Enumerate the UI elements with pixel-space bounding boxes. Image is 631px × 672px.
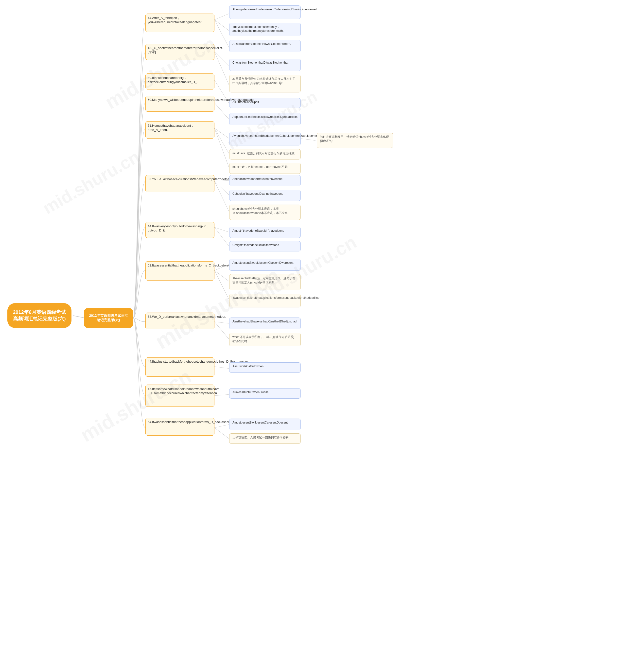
q51-text: 51.Hemusthavehadanaccident，orhe_A_tthen. (148, 124, 194, 131)
svg-line-18 (214, 270, 229, 282)
svg-line-3 (214, 20, 229, 48)
question-node-45: 45.Ifeltsomewhatdisappointedandwasaboutt… (145, 385, 214, 407)
q48-text: 48._C_shefirstheardofthemanreferredtoasa… (148, 46, 223, 54)
note-51-1: musthave+过去分词表示对过去行为的肯定推测; (229, 149, 301, 160)
note-52-2: Itwasessentialthattheapplicationsformsse… (229, 294, 301, 307)
question-node-53a: 53.You_A_allthosecalculations!Wehaveacom… (145, 175, 214, 192)
svg-line-8 (214, 128, 229, 139)
answer-53b-1: AjusthavehadBhavejusthadCjusthadDhadjust… (229, 317, 301, 329)
svg-line-14 (214, 181, 229, 212)
question-node-44b: 44.Itwasverykindofyoutodothewashing-up，b… (145, 222, 214, 238)
connector-lines (0, 0, 631, 672)
question-node-52: 52.Itwasessentialthattheapplicationsform… (145, 261, 214, 281)
question-node-44a: 44.After_A_forthejob，youwillberequiredto… (145, 14, 214, 32)
question-node-53b: 53.We_D_ourbreakfastwhenanoldmanacametot… (145, 313, 214, 329)
q49-text: 49.Iftheseshoesaretoobig，asktheclerktobr… (148, 76, 198, 84)
question-node-49: 49.Iftheseshoesaretoobig，asktheclerktobr… (145, 73, 214, 90)
svg-line-13 (214, 181, 229, 195)
note-53a: shouldhave+过去分词本应该，本应当;shouldn'thavedone… (229, 205, 301, 220)
q45-text: 45.Ifeltsomewhatdisappointedandwasaboutt… (148, 387, 223, 395)
note-53b: when还可以表示①刚，。就...(有动作先后关系)、②恰在此时. (229, 333, 301, 346)
question-node-44c: 44.Ihadjuststartedbackforthehousetochang… (145, 357, 214, 377)
svg-line-4 (214, 52, 229, 67)
center-label: 2012年英语四级考试词汇笔记完整版(六) (88, 314, 129, 322)
question-node-51: 51.Hemusthavehadanaccident，orhe_A_tthen. (145, 121, 214, 139)
svg-line-10 (214, 128, 229, 168)
sidenote-51: 与过去事态相反用：情态动词+have+过去分词来体现拟虚语气; (317, 133, 393, 148)
svg-line-16 (214, 227, 229, 246)
svg-line-15 (214, 227, 229, 232)
note-64: 大学英语四、六级考试---四级词汇备考资料 (229, 433, 301, 444)
answer-50-1: AopportunitiesBnecessitiesCrealitiesDpro… (229, 113, 301, 125)
root-node: 2012年6月英语四级考试 高频词汇笔记完整版(六) (7, 303, 71, 328)
mind-map: 2012年6月英语四级考试 高频词汇笔记完整版(六) 2012年英语四级考试词汇… (0, 0, 631, 672)
answer-45-1: AunlessBuntilCwhenDwhile (229, 388, 301, 399)
answer-44b-1: Amustn'thavedoneBwouldn'thaveddone (229, 227, 301, 238)
svg-line-20 (214, 322, 229, 323)
svg-line-11 (301, 139, 316, 141)
watermark-2: mid.shuru.cn (39, 147, 143, 218)
answer-48-1: CItwasfromStephenthatDItwasStephenthat (229, 59, 301, 71)
answer-44a-2: Theylosetheirhealthtomakemoney，andtheylo… (229, 23, 301, 36)
question-node-48: 48._C_shefirstheardofthemanreferredtoasa… (145, 44, 214, 60)
svg-line-22 (214, 366, 229, 368)
answer-44a-1: AbeinginterviewedBinterviewedCinterviewi… (229, 5, 301, 19)
answer-53a-2: Cshouldn'thavedoneDcannothavedone (229, 190, 301, 201)
svg-line-19 (214, 270, 229, 300)
svg-line-2 (214, 20, 229, 31)
answer-44c-1: AasBwhileCafterDwhen (229, 362, 301, 373)
answer-53a-1: Aneedn'thavedoneBmustnothavedone (229, 175, 301, 186)
answer-52-1: AmustbesentBwouldbseentCbesentDweresent (229, 259, 301, 271)
question-node-50: 50.ManynewA_willbeopenedupinthefuturefor… (145, 96, 214, 112)
svg-line-5 (214, 52, 229, 86)
svg-line-24 (214, 425, 229, 428)
q44b-text: 44.Itwasverykindofyoutodothewashing-up，b… (148, 224, 210, 232)
q44a-text: 44.After_A_forthejob，youwillberequiredto… (148, 16, 202, 24)
q53b-text: 53.We_D_ourbreakfastwhenanoldmanacametot… (148, 315, 226, 318)
answer-44a-3: AThatwasfromStephenBItwasStephenwhom. (229, 40, 301, 52)
answer-64-1: AmustbesentBwillbesentCaresentDbesent (229, 418, 301, 430)
q50-text: 50.ManynewA_willbeopenedupinthefuturefor… (148, 98, 256, 101)
note-51-2: must一定，必须needn't，don'thaveto不必; (229, 163, 301, 174)
center-node: 2012年英语四级考试词汇笔记完整版(六) (84, 308, 133, 328)
note-52-1: Itbeessentialthat后面一定用虚拟语气，且句子谓语动词固定为(sh… (229, 274, 301, 290)
svg-line-25 (214, 428, 229, 439)
svg-line-0 (73, 315, 85, 318)
svg-line-9 (214, 128, 229, 154)
svg-line-7 (214, 103, 229, 120)
answer-51-1: AwouldhavebeenhereBhadtobehereCshouldbeh… (229, 132, 301, 145)
svg-line-1 (214, 14, 229, 20)
question-node-64: 64.Itwasessentialthattheseapplicationfor… (145, 418, 214, 436)
root-label: 2012年6月英语四级考试 高频词汇笔记完整版(六) (13, 309, 66, 322)
answer-44b-2: Cmightn'thavedoneDdidn'thavetodo (229, 241, 301, 251)
note-48: 本题重点是强调句式;当被强调部分指人且在句子中作宾语时，其余部分可用whom引导… (229, 75, 301, 92)
svg-line-21 (214, 322, 229, 339)
